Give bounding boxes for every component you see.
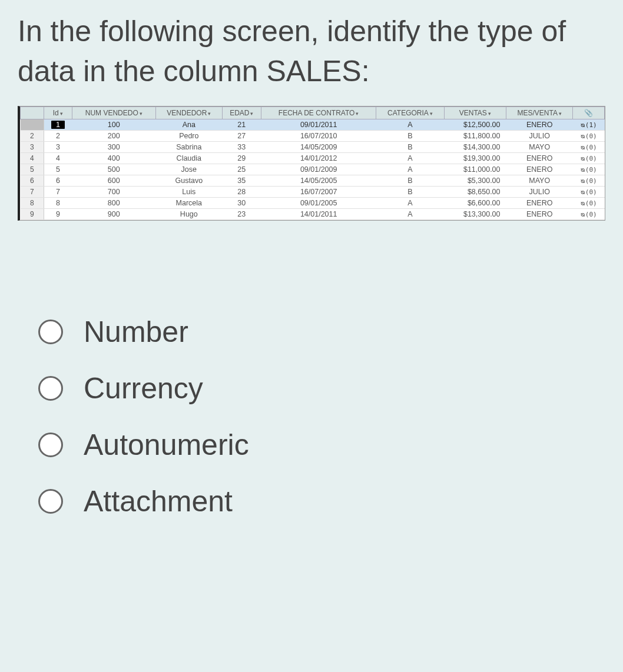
num-vendedo-cell[interactable]: 300: [72, 142, 155, 153]
dropdown-icon[interactable]: ▾: [430, 111, 433, 117]
vendedor-cell[interactable]: Gustavo: [155, 175, 222, 187]
option-autonumeric[interactable]: Autonumeric: [38, 428, 605, 462]
row-number-cell[interactable]: 2: [21, 131, 44, 142]
id-cell[interactable]: 1: [44, 119, 72, 131]
ventas-cell[interactable]: $19,300.00: [444, 153, 506, 164]
categoria-cell[interactable]: A: [376, 153, 444, 164]
dropdown-icon[interactable]: ▾: [140, 111, 143, 117]
id-cell[interactable]: 4: [44, 153, 72, 164]
categoria-cell[interactable]: A: [376, 119, 444, 131]
ventas-cell[interactable]: $14,300.00: [444, 142, 506, 153]
row-number-cell[interactable]: 9: [21, 209, 44, 220]
row-number-cell[interactable]: 5: [21, 164, 44, 175]
mes-venta-cell[interactable]: ENERO: [506, 153, 573, 164]
attachment-cell[interactable]: ᴓ(0): [573, 164, 605, 175]
vendedor-cell[interactable]: Claudia: [155, 153, 222, 164]
ventas-cell[interactable]: $11,800.00: [444, 131, 506, 142]
option-number[interactable]: Number: [38, 315, 605, 349]
categoria-cell[interactable]: B: [376, 142, 444, 153]
num-vendedo-cell[interactable]: 200: [72, 131, 155, 142]
edad-cell[interactable]: 35: [222, 175, 261, 187]
categoria-cell[interactable]: A: [376, 198, 444, 209]
col-mes-venta[interactable]: MES/VENTA▾: [506, 107, 573, 119]
id-cell[interactable]: 6: [44, 175, 72, 187]
table-row[interactable]: 44400Claudia2914/01/2012A$19,300.00ENERO…: [21, 153, 605, 164]
table-row[interactable]: 33300Sabrina3314/05/2009B$14,300.00MAYOᴓ…: [21, 142, 605, 153]
attachment-cell[interactable]: ᴓ(0): [573, 175, 605, 187]
categoria-cell[interactable]: B: [376, 187, 444, 198]
vendedor-cell[interactable]: Pedro: [155, 131, 222, 142]
ventas-cell[interactable]: $13,300.00: [444, 209, 506, 220]
col-vendedor[interactable]: VENDEDOR▾: [155, 107, 222, 119]
vendedor-cell[interactable]: Ana: [155, 119, 222, 131]
mes-venta-cell[interactable]: JULIO: [506, 187, 573, 198]
table-row[interactable]: 66600Gustavo3514/05/2005B$5,300.00MAYOᴓ(…: [21, 175, 605, 187]
edad-cell[interactable]: 33: [222, 142, 261, 153]
row-number-cell[interactable]: [21, 119, 44, 131]
radio-icon[interactable]: [38, 489, 63, 514]
vendedor-cell[interactable]: Jose: [155, 164, 222, 175]
num-vendedo-cell[interactable]: 600: [72, 175, 155, 187]
col-fecha[interactable]: FECHA DE CONTRATO▾: [261, 107, 376, 119]
dropdown-icon[interactable]: ▾: [356, 111, 359, 117]
col-edad[interactable]: EDAD▾: [222, 107, 261, 119]
fecha-cell[interactable]: 09/01/2005: [261, 198, 376, 209]
num-vendedo-cell[interactable]: 900: [72, 209, 155, 220]
row-number-cell[interactable]: 3: [21, 142, 44, 153]
dropdown-icon[interactable]: ▾: [559, 111, 562, 117]
attachment-cell[interactable]: ᴓ(0): [573, 209, 605, 220]
mes-venta-cell[interactable]: ENERO: [506, 119, 573, 131]
ventas-cell[interactable]: $5,300.00: [444, 175, 506, 187]
attachment-cell[interactable]: ᴓ(0): [573, 187, 605, 198]
dropdown-icon[interactable]: ▾: [60, 111, 63, 117]
edad-cell[interactable]: 23: [222, 209, 261, 220]
ventas-cell[interactable]: $11,000.00: [444, 164, 506, 175]
fecha-cell[interactable]: 16/07/2010: [261, 131, 376, 142]
col-ventas[interactable]: VENTAS▾: [444, 107, 506, 119]
table-row[interactable]: 1100Ana2109/01/2011A$12,500.00ENEROᴓ(1): [21, 119, 605, 131]
categoria-cell[interactable]: B: [376, 131, 444, 142]
id-cell[interactable]: 5: [44, 164, 72, 175]
col-rownum[interactable]: [21, 107, 44, 119]
mes-venta-cell[interactable]: JULIO: [506, 131, 573, 142]
categoria-cell[interactable]: A: [376, 164, 444, 175]
radio-icon[interactable]: [38, 376, 63, 401]
dropdown-icon[interactable]: ▾: [208, 111, 211, 117]
dropdown-icon[interactable]: ▾: [488, 111, 491, 117]
table-row[interactable]: 22200Pedro2716/07/2010B$11,800.00JULIOᴓ(…: [21, 131, 605, 142]
mes-venta-cell[interactable]: MAYO: [506, 142, 573, 153]
ventas-cell[interactable]: $8,650.00: [444, 187, 506, 198]
mes-venta-cell[interactable]: ENERO: [506, 198, 573, 209]
edad-cell[interactable]: 25: [222, 164, 261, 175]
edad-cell[interactable]: 28: [222, 187, 261, 198]
vendedor-cell[interactable]: Marcela: [155, 198, 222, 209]
col-id[interactable]: Id▾: [44, 107, 72, 119]
mes-venta-cell[interactable]: ENERO: [506, 164, 573, 175]
ventas-cell[interactable]: $12,500.00: [444, 119, 506, 131]
row-number-cell[interactable]: 6: [21, 175, 44, 187]
option-currency[interactable]: Currency: [38, 371, 605, 405]
row-number-cell[interactable]: 8: [21, 198, 44, 209]
edad-cell[interactable]: 21: [222, 119, 261, 131]
mes-venta-cell[interactable]: ENERO: [506, 209, 573, 220]
attachment-cell[interactable]: ᴓ(0): [573, 198, 605, 209]
edad-cell[interactable]: 30: [222, 198, 261, 209]
table-row[interactable]: 88800Marcela3009/01/2005A$6,600.00ENEROᴓ…: [21, 198, 605, 209]
num-vendedo-cell[interactable]: 800: [72, 198, 155, 209]
fecha-cell[interactable]: 14/01/2012: [261, 153, 376, 164]
categoria-cell[interactable]: B: [376, 175, 444, 187]
fecha-cell[interactable]: 14/01/2011: [261, 209, 376, 220]
edad-cell[interactable]: 29: [222, 153, 261, 164]
fecha-cell[interactable]: 09/01/2009: [261, 164, 376, 175]
num-vendedo-cell[interactable]: 500: [72, 164, 155, 175]
attachment-cell[interactable]: ᴓ(0): [573, 131, 605, 142]
table-row[interactable]: 77700Luis2816/07/2007B$8,650.00JULIOᴓ(0): [21, 187, 605, 198]
id-cell[interactable]: 2: [44, 131, 72, 142]
id-cell[interactable]: 8: [44, 198, 72, 209]
attachment-cell[interactable]: ᴓ(1): [573, 119, 605, 131]
row-number-cell[interactable]: 7: [21, 187, 44, 198]
radio-icon[interactable]: [38, 320, 63, 344]
vendedor-cell[interactable]: Sabrina: [155, 142, 222, 153]
num-vendedo-cell[interactable]: 400: [72, 153, 155, 164]
option-attachment[interactable]: Attachment: [38, 484, 605, 518]
